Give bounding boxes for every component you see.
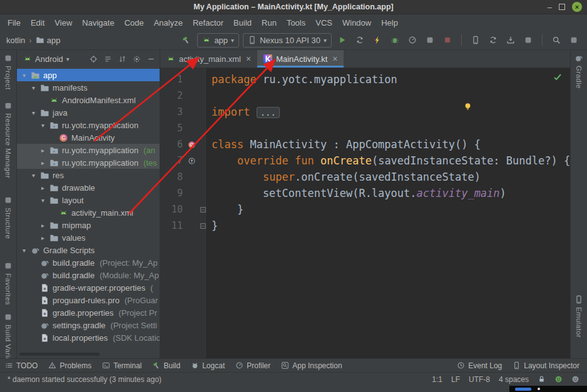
tree-item-gradle-scripts[interactable]: ▾Gradle Scripts <box>17 244 160 256</box>
notifications-icon[interactable] <box>567 33 581 47</box>
hide-panel-icon[interactable] <box>146 54 156 64</box>
chevron-down-icon[interactable]: ▾ <box>30 84 37 91</box>
tree-item-mipmap[interactable]: ▸mipmap <box>17 219 160 231</box>
tree-item-manifests[interactable]: ▾manifests <box>17 81 160 94</box>
tree-item-ru-yotc-myapplication[interactable]: ▸ru.yotc.myapplication(tes <box>17 156 160 169</box>
menu-build[interactable]: Build <box>228 14 257 31</box>
inspections-ok-icon[interactable] <box>553 72 563 82</box>
project-view-selector[interactable]: Android ▾ <box>21 53 72 65</box>
close-tab-icon[interactable]: × <box>246 54 251 63</box>
tool-window-button-layout-inspector[interactable]: Layout Inspector <box>513 361 579 370</box>
tool-window-button-event-log[interactable]: Event Log <box>457 361 502 370</box>
code-line-11[interactable]: 11} <box>160 218 570 234</box>
breadcrumb-item-app[interactable]: app <box>36 36 61 45</box>
chevron-right-icon[interactable]: ▸ <box>39 234 46 241</box>
tab-activity-main-xml[interactable]: activity_main.xml× <box>160 50 257 68</box>
override-gutter-icon[interactable] <box>188 157 196 165</box>
lock-icon[interactable] <box>538 375 546 383</box>
folded-imports-region[interactable]: ... <box>257 107 280 118</box>
sort-icon[interactable] <box>117 54 127 64</box>
apply-changes-icon[interactable] <box>353 33 367 47</box>
tree-item-app[interactable]: ▾app <box>17 69 160 81</box>
chevron-right-icon[interactable]: ▸ <box>39 222 46 229</box>
menu-navigate[interactable]: Navigate <box>77 14 119 31</box>
chevron-down-icon[interactable]: ▾ <box>21 72 28 79</box>
menu-refactor[interactable]: Refactor <box>188 14 228 31</box>
profiler-icon[interactable] <box>406 33 419 47</box>
layout-validation-icon[interactable] <box>521 33 535 47</box>
device-manager-icon[interactable] <box>469 33 482 47</box>
fold-marker-icon[interactable] <box>200 223 207 229</box>
menu-help[interactable]: Help <box>376 14 403 31</box>
tool-window-button-terminal[interactable]: Terminal <box>102 361 141 370</box>
line-separator[interactable]: LF <box>451 375 460 384</box>
tool-window-button-todo[interactable]: TODO <box>5 361 38 370</box>
run-icon[interactable] <box>335 33 349 47</box>
fold-marker-icon[interactable] <box>200 206 207 213</box>
breadcrumb-item-kotlin[interactable]: kotlin <box>6 36 25 45</box>
code-line-9[interactable]: 9 setContentView(R.layout.activity_main) <box>160 185 570 201</box>
code-line-6[interactable]: 6Cclass MainActivity : AppCompatActivity… <box>160 136 570 153</box>
chevron-right-icon[interactable]: ▸ <box>39 184 46 191</box>
stripe-gradle[interactable]: Gradle <box>574 54 583 89</box>
tree-item-ru-yotc-myapplication[interactable]: ▸ru.yotc.myapplication(an <box>17 144 160 156</box>
run-config-select[interactable]: app▾ <box>197 33 239 48</box>
code-line-8[interactable]: 8 super.onCreate(savedInstanceState) <box>160 169 570 185</box>
tree-item-settings-gradle[interactable]: settings.gradle(Project Setti <box>17 319 160 331</box>
tree-item-local-properties[interactable]: local.properties(SDK Locatio <box>17 331 160 344</box>
collapse-all-icon[interactable] <box>103 54 113 64</box>
menu-vcs[interactable]: VCS <box>310 14 337 31</box>
tab-mainactivity-kt[interactable]: MainActivity.kt× <box>257 50 344 68</box>
tree-item-build-gradle[interactable]: build.gradle(Project: My_Ap <box>17 256 160 269</box>
indent-style[interactable]: 4 spaces <box>499 375 529 384</box>
tool-window-button-problems[interactable]: Problems <box>48 361 91 370</box>
debug-icon[interactable] <box>388 33 402 47</box>
gradle-sync-icon[interactable] <box>486 33 500 47</box>
gray-smiley-icon[interactable] <box>571 375 579 383</box>
menu-view[interactable]: View <box>49 14 77 31</box>
code-line-10[interactable]: 10 } <box>160 201 570 218</box>
code-line-5[interactable]: 5 <box>160 120 570 136</box>
attach-debugger-icon[interactable] <box>423 33 437 47</box>
tree-item-ru-yotc-myapplication[interactable]: ▾ru.yotc.myapplication <box>17 119 160 131</box>
file-encoding[interactable]: UTF-8 <box>469 375 490 384</box>
tree-item-gradle-properties[interactable]: gradle.properties(Project Pr <box>17 306 160 319</box>
menu-run[interactable]: Run <box>257 14 282 31</box>
tree-item-proguard-rules-pro[interactable]: proguard-rules.pro(ProGuar <box>17 294 160 306</box>
tree-item-res[interactable]: ▾res <box>17 169 160 181</box>
menu-code[interactable]: Code <box>120 14 149 31</box>
build-hammer-icon[interactable] <box>180 33 193 47</box>
menu-tools[interactable]: Tools <box>282 14 310 31</box>
code-line-7[interactable]: 7 override fun onCreate(savedInstanceSta… <box>160 153 570 169</box>
green-smiley-icon[interactable] <box>554 375 563 383</box>
code-editor[interactable]: 1package ru.yotc.myapplication23import .… <box>160 68 570 358</box>
tree-item-values[interactable]: ▸values <box>17 231 160 244</box>
maximize-button[interactable] <box>559 4 565 10</box>
chevron-right-icon[interactable]: ▸ <box>39 147 46 154</box>
close-button[interactable]: × <box>572 2 582 12</box>
sdk-manager-icon[interactable] <box>504 33 518 47</box>
tree-item-build-gradle[interactable]: build.gradle(Module: My_Ap <box>17 269 160 281</box>
menu-analyze[interactable]: Analyze <box>149 14 188 31</box>
chevron-down-icon[interactable]: ▾ <box>39 197 46 204</box>
tree-item-activity-main-xml[interactable]: activity_main.xml <box>17 206 160 219</box>
tool-window-button-build[interactable]: Build <box>153 361 181 370</box>
stop-icon[interactable] <box>441 33 454 47</box>
search-everywhere-icon[interactable] <box>549 33 563 47</box>
tree-item-layout[interactable]: ▾layout <box>17 194 160 206</box>
menu-window[interactable]: Window <box>337 14 376 31</box>
tool-window-button-profiler[interactable]: Profiler <box>235 361 270 370</box>
stripe-project[interactable]: Project <box>4 54 13 90</box>
project-horizontal-scrollbar[interactable] <box>19 353 100 356</box>
chevron-down-icon[interactable]: ▾ <box>30 172 37 179</box>
menu-edit[interactable]: Edit <box>26 14 49 31</box>
chevron-right-icon[interactable]: ▸ <box>39 159 46 166</box>
tree-item-gradle-wrapper-properties[interactable]: gradle-wrapper.properties( <box>17 281 160 294</box>
tree-item-mainactivity[interactable]: CMainActivity <box>17 131 160 144</box>
menu-file[interactable]: File <box>3 14 26 31</box>
tree-item-androidmanifest-xml[interactable]: AndroidManifest.xml <box>17 94 160 106</box>
code-line-2[interactable]: 2 <box>160 88 570 104</box>
tool-window-button-logcat[interactable]: Logcat <box>191 361 225 370</box>
minimize-button[interactable]: – <box>548 3 552 11</box>
chevron-down-icon[interactable]: ▾ <box>39 122 46 129</box>
